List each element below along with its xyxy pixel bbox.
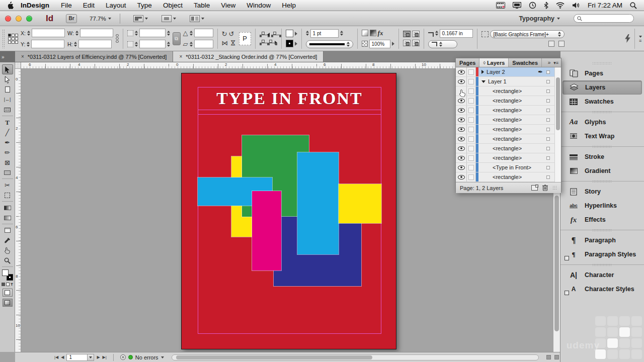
visibility-toggle[interactable]	[456, 134, 467, 143]
apply-gradient-button[interactable]	[3, 299, 13, 307]
scale-x-stepper[interactable]	[135, 31, 138, 36]
selection-square[interactable]	[546, 89, 550, 93]
layer-row-layer2[interactable]: Layer 2✒	[456, 67, 561, 77]
dock-item-effects[interactable]: fxEffects	[562, 213, 642, 227]
lock-toggle[interactable]	[467, 172, 476, 182]
scroll-corner-button[interactable]	[546, 355, 551, 359]
drop-shadow-button[interactable]	[362, 30, 368, 36]
display-menu-icon[interactable]	[513, 2, 521, 9]
selection-tool[interactable]	[2, 64, 13, 74]
volume-icon[interactable]	[572, 2, 580, 9]
rectangle-magenta[interactable]	[252, 191, 281, 270]
object-row-rectangle[interactable]: <rectangle>	[456, 106, 561, 115]
pen-tool[interactable]: ✒	[2, 137, 13, 147]
select-content-button[interactable]	[260, 40, 266, 45]
jump-object-button[interactable]	[412, 40, 420, 46]
object-row-rectangle[interactable]: <rectangle>	[456, 115, 561, 125]
bluetooth-icon[interactable]	[544, 2, 548, 9]
panel-menu-icon[interactable]: ▾≡	[553, 60, 558, 65]
scale-x-field[interactable]	[139, 29, 166, 37]
menu-edit[interactable]: Edit	[77, 2, 100, 9]
visibility-toggle[interactable]	[456, 115, 467, 124]
gradient-feather-tool[interactable]	[2, 213, 13, 223]
height-field[interactable]	[78, 40, 112, 48]
selection-square[interactable]	[546, 109, 550, 112]
lock-toggle[interactable]	[467, 86, 476, 96]
transparency-button[interactable]	[370, 30, 376, 36]
bridge-button[interactable]: Br	[66, 14, 77, 23]
next-page-button[interactable]: ▶	[97, 355, 100, 359]
wrap-object-shape-button[interactable]	[403, 40, 411, 46]
screen-mode-dropdown[interactable]	[162, 15, 176, 22]
lock-toggle[interactable]	[467, 67, 476, 76]
arrange-documents-dropdown[interactable]	[190, 15, 204, 22]
y-stepper[interactable]	[27, 42, 30, 47]
constrain-scale-button[interactable]: ⧉	[173, 32, 181, 45]
object-row-rectangle[interactable]: <rectangle>	[456, 86, 561, 96]
close-tab-icon[interactable]: ×	[179, 54, 182, 59]
x-stepper[interactable]	[27, 31, 30, 36]
screen-recorder-icon[interactable]	[496, 2, 505, 9]
select-next-object-button[interactable]	[267, 40, 273, 45]
selection-square[interactable]	[546, 147, 550, 150]
pencil-tool[interactable]: ✏	[2, 147, 13, 157]
tab-layers[interactable]: ◊Layers	[479, 58, 509, 67]
stroke-swatch[interactable]	[286, 40, 293, 47]
object-row-rectangle[interactable]: <rectangle>	[456, 96, 561, 106]
new-style-icon[interactable]	[558, 41, 565, 47]
w-stepper[interactable]	[75, 31, 78, 36]
eyedropper-tool[interactable]	[2, 235, 13, 245]
lock-toggle[interactable]	[467, 106, 476, 115]
collapse-arrow-icon[interactable]	[481, 80, 486, 83]
y-position-field[interactable]	[31, 40, 64, 48]
visibility-toggle[interactable]	[456, 67, 467, 76]
object-style-dropdown[interactable]: [Basic Graphics Frame]+	[490, 30, 565, 38]
dock-item-pages[interactable]: Pages	[562, 66, 642, 80]
close-tab-icon[interactable]: ×	[21, 54, 24, 59]
visibility-toggle[interactable]	[456, 153, 467, 162]
x-position-field[interactable]	[32, 29, 65, 37]
effects-fx-button[interactable]: fx	[378, 29, 383, 37]
lock-toggle[interactable]	[467, 134, 476, 143]
menu-object[interactable]: Object	[157, 2, 188, 9]
tab-swatches[interactable]: Swatches	[509, 58, 542, 67]
stroke-weight-field[interactable]: 1 pt	[310, 29, 339, 38]
dock-item-hyperlinks[interactable]: abcHyperlinks	[562, 199, 642, 213]
lock-toggle[interactable]	[467, 96, 476, 105]
direct-selection-tool[interactable]	[2, 74, 13, 84]
new-layer-button[interactable]	[531, 185, 538, 191]
content-collector-tool[interactable]	[2, 105, 13, 115]
workspace-switcher[interactable]: Typography	[519, 15, 560, 22]
stroke-weight-stepper[interactable]	[306, 31, 309, 36]
object-row-rectangle[interactable]: <rectangle>	[456, 125, 561, 134]
note-tool[interactable]	[2, 225, 13, 235]
menu-layout[interactable]: Layout	[100, 2, 132, 9]
h-stepper[interactable]	[74, 42, 77, 47]
width-field[interactable]	[80, 29, 113, 37]
page-number-field[interactable]: 1	[66, 354, 94, 361]
selection-square[interactable]	[546, 128, 550, 131]
zoom-window-button[interactable]	[26, 16, 32, 22]
scroll-corner-button[interactable]	[554, 355, 559, 359]
rectangle-cyan-vertical[interactable]	[297, 152, 339, 254]
first-page-button[interactable]: |◀	[54, 355, 58, 359]
object-row-rectangle[interactable]: <rectangle>	[456, 134, 561, 144]
ruler-origin-box[interactable]	[15, 62, 21, 69]
stroke-type-dropdown[interactable]	[306, 40, 353, 48]
visibility-toggle[interactable]	[456, 163, 467, 172]
selection-square[interactable]	[546, 99, 550, 103]
last-page-button[interactable]: ▶|	[103, 355, 107, 359]
visibility-toggle[interactable]	[456, 172, 467, 182]
wifi-icon[interactable]	[556, 2, 565, 9]
corner-radius-field[interactable]: 0.1667 in	[440, 29, 473, 38]
formatting-affects-icons[interactable]: T	[2, 282, 13, 287]
constrain-dimensions-icon[interactable]	[116, 34, 119, 43]
update-style-icon[interactable]	[548, 41, 554, 47]
flip-horizontal-button[interactable]: ⋈	[222, 40, 228, 46]
time-machine-icon[interactable]	[529, 2, 536, 9]
no-text-wrap-button[interactable]	[403, 31, 411, 37]
previous-page-button[interactable]: ◀	[61, 355, 64, 359]
preflight-dropdown-icon[interactable]	[161, 356, 164, 358]
menu-window[interactable]: Window	[241, 2, 276, 9]
object-row-type-in-front[interactable]: <Type in Front>	[456, 163, 561, 172]
